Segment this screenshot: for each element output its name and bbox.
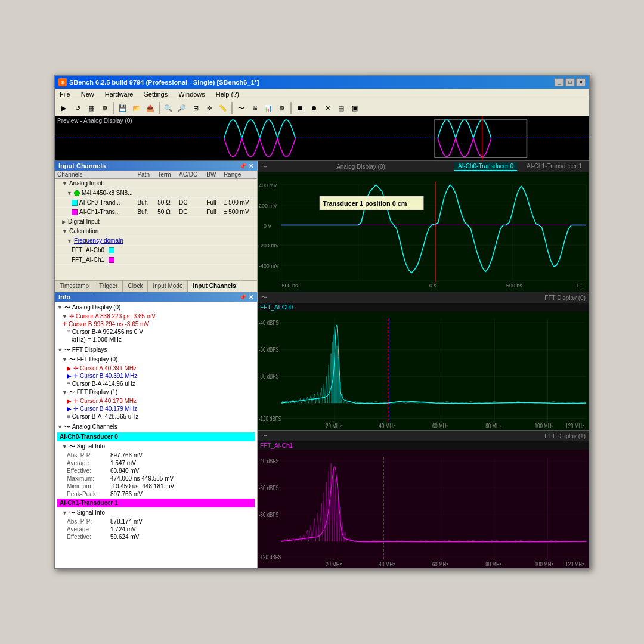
cursor-ba-icon: ≡	[67, 329, 70, 335]
col-range: Range	[221, 171, 257, 179]
analog-tab-ch0[interactable]: AI-Ch0-Transducer 0	[454, 162, 517, 171]
ch1-highlight-label: AI-Ch1-Transducer 1	[60, 500, 118, 506]
analog-display-icon: 〜	[261, 163, 267, 171]
toolbar-sep-1	[113, 102, 114, 114]
panel-pin-icon[interactable]: 📌	[239, 163, 246, 169]
info-header: Info 📌 ✕	[55, 292, 257, 302]
tree-ch0: AI-Ch0-Trand...	[57, 199, 132, 206]
menu-file[interactable]: File	[57, 90, 73, 98]
menu-windows[interactable]: Windows	[176, 90, 208, 98]
ch1-term: 50 Ω	[155, 208, 177, 217]
maximize-button[interactable]: □	[565, 78, 575, 86]
ch0-avg-value: 1.547 mV	[110, 460, 136, 466]
freq-domain-label: Frequency domain	[74, 237, 123, 244]
toolbar-measure[interactable]: 📏	[216, 101, 230, 114]
toolbar-refresh[interactable]: ↺	[71, 101, 84, 114]
info-panel: Info 📌 ✕ ▼ 〜 Analog Display (0) ▼ ✛	[55, 292, 257, 568]
toolbar-stop[interactable]: ⏹	[293, 101, 306, 114]
toolbar-fft[interactable]: 〜	[234, 101, 247, 114]
panel-close-icon[interactable]: ✕	[249, 163, 253, 169]
toolbar-delete[interactable]: ✕	[321, 101, 334, 114]
device-label: M4i.4450-x8 SN8...	[82, 190, 133, 196]
svg-text:Transducer 1 position 0 cm: Transducer 1 position 0 cm	[323, 200, 407, 207]
svg-text:-60 dBFS: -60 dBFS	[259, 485, 279, 491]
fft0-title: FFT Display (0)	[544, 295, 586, 301]
toolbar-zoom-out[interactable]: 🔎	[175, 101, 188, 114]
toolbar-layout[interactable]: ▣	[348, 101, 361, 114]
toolbar-config[interactable]: ⚙	[98, 101, 112, 114]
ch0-min-value: -10.450 us -448.181 mV	[110, 483, 174, 490]
fft0-icon: 〜	[261, 293, 267, 302]
ch0-range: ± 500 mV	[221, 198, 257, 208]
info-title: Info	[58, 293, 70, 301]
toolbar-grid[interactable]: ▦	[85, 101, 98, 114]
menu-help[interactable]: Help (?)	[213, 90, 242, 98]
info-fft1-cursor-ba: ≡ Cursor B-A -428.565 uHz	[57, 413, 255, 420]
toolbar-open[interactable]: 📂	[130, 101, 143, 114]
toolbar-zoom-in[interactable]: 🔍	[162, 101, 175, 114]
menu-new[interactable]: New	[79, 90, 97, 98]
analog-tab-ch1[interactable]: AI-Ch1-Transducer 1	[523, 162, 586, 171]
toolbar-analysis[interactable]: 📊	[262, 101, 275, 114]
table-row[interactable]: AI-Ch1-Trans... Buf. 50 Ω DC Full ± 500 …	[55, 208, 257, 217]
analog-display-title: Analog Display (0)	[336, 163, 385, 170]
toolbar-table[interactable]: ▤	[335, 101, 348, 114]
info-cursor-b-row: ✛ Cursor B 993.294 ns -3.65 mV	[57, 320, 255, 328]
info-close-icon[interactable]: ✕	[249, 294, 253, 301]
tab-input-channels[interactable]: Input Channels	[188, 281, 241, 292]
ch0-term: 50 Ω	[155, 198, 177, 208]
col-bw: BW	[204, 171, 221, 179]
table-row: ▼ Calculation	[55, 227, 257, 236]
tab-clock[interactable]: Clock	[123, 281, 148, 292]
toolbar-cursor[interactable]: ✛	[203, 101, 216, 114]
info-ch0-eff: Effective: 60.840 mV	[57, 467, 255, 475]
menu-hardware[interactable]: Hardware	[103, 90, 136, 98]
tree-analog-input: ▼ Analog Input	[57, 179, 255, 187]
info-header-icons: 📌 ✕	[239, 294, 253, 301]
input-channels-header: Input Channels 📌 ✕	[55, 161, 257, 171]
fft0-cursor-b-value: Cursor B 40.391 MHz	[80, 373, 137, 379]
input-channels-panel: Input Channels 📌 ✕ Channels Path Term	[55, 161, 257, 280]
toolbar-play[interactable]: ▶	[57, 101, 70, 114]
info-ch0-avg: Average: 1.547 mV	[57, 459, 255, 467]
digital-input-label: Digital Input	[68, 218, 100, 225]
svg-text:-40 dBFS: -40 dBFS	[259, 320, 279, 326]
ch1-avg-value: 1.724 mV	[110, 526, 136, 532]
toolbar-settings2[interactable]: ⚙	[275, 101, 289, 114]
ch0-pp-label: Peak-Peak:	[67, 491, 109, 497]
fft0-cursor-b-icon: ▶	[67, 373, 72, 379]
svg-text:0 s: 0 s	[429, 282, 436, 288]
svg-rect-10	[258, 172, 589, 292]
info-content: ▼ 〜 Analog Display (0) ▼ ✛ Cursor A 838.…	[55, 302, 257, 568]
tab-trigger[interactable]: Trigger	[94, 281, 123, 292]
toolbar-export[interactable]: 📤	[144, 101, 157, 114]
info-pin-icon[interactable]: 📌	[239, 294, 246, 301]
svg-text:-500 ns: -500 ns	[280, 282, 298, 288]
toolbar-spectrum[interactable]: ≋	[248, 101, 261, 114]
info-cursor-a-row: ▼ ✛ Cursor A 838.223 ps -3.65 mV	[57, 312, 255, 320]
tab-input-mode[interactable]: Input Mode	[148, 281, 188, 292]
panel-header-icons: 📌 ✕	[239, 163, 253, 169]
fft0-cursor-ba-value: Cursor B-A -414.96 uHz	[72, 380, 135, 387]
table-row: ▶ Digital Input	[55, 217, 257, 227]
toolbar-record[interactable]: ⏺	[307, 101, 320, 114]
info-ch1-absp: Abs. P-P: 878.174 mV	[57, 518, 255, 525]
tree-calculation: ▼ Calculation	[57, 227, 255, 235]
fft0-cursor-ba-icon: ≡	[67, 380, 70, 387]
menu-settings[interactable]: Settings	[141, 90, 170, 98]
svg-text:-120 dBFS: -120 dBFS	[259, 416, 281, 422]
toolbar-fit[interactable]: ⊞	[189, 101, 202, 114]
tab-timestamp[interactable]: Timestamp	[55, 281, 94, 292]
fft0-chart: -40 dBFS -60 dBFS -80 dBFS -120 dBFS 20 …	[258, 311, 589, 430]
svg-text:-60 dBFS: -60 dBFS	[259, 346, 279, 353]
ch0-label: AI-Ch0-Trand...	[79, 199, 120, 206]
minimize-button[interactable]: _	[555, 78, 564, 86]
table-row[interactable]: AI-Ch0-Trand... Buf. 50 Ω DC Full ± 500 …	[55, 198, 257, 208]
right-panel: 〜 Analog Display (0) AI-Ch0-Transducer 0…	[258, 161, 589, 568]
fft0-cursor-a-icon2: ✛	[73, 365, 78, 371]
fft1-header: 〜 FFT Display (1)	[258, 431, 589, 441]
close-button[interactable]: ✕	[576, 78, 586, 86]
input-channels-content: Channels Path Term AC/DC BW Range	[55, 171, 257, 280]
title-bar-left: S SBench 6.2.5 build 9794 (Professional …	[58, 78, 259, 86]
toolbar-save[interactable]: 💾	[116, 101, 129, 114]
